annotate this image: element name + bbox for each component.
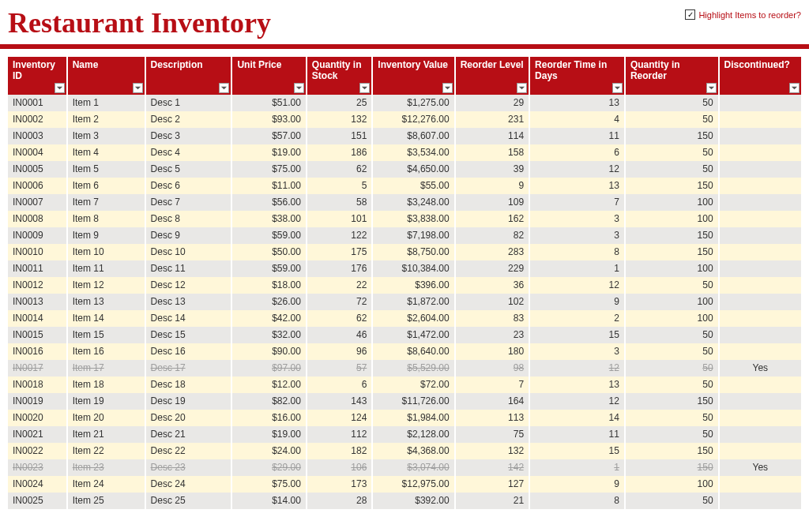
cell-reorder[interactable]: 164 — [455, 393, 529, 410]
cell-desc[interactable]: Desc 15 — [145, 327, 232, 343]
cell-price[interactable]: $75.00 — [231, 476, 306, 493]
cell-qty[interactable]: 25 — [307, 95, 372, 111]
cell-reorder[interactable]: 7 — [455, 377, 529, 393]
cell-name[interactable]: Item 14 — [67, 310, 145, 327]
cell-price[interactable]: $14.00 — [231, 493, 306, 509]
column-header-value[interactable]: Inventory Value — [372, 57, 454, 95]
cell-disc[interactable] — [719, 426, 801, 443]
cell-name[interactable]: Item 6 — [67, 178, 145, 194]
cell-disc[interactable] — [719, 393, 801, 410]
cell-price[interactable]: $97.00 — [231, 360, 306, 377]
cell-desc[interactable]: Desc 13 — [145, 294, 232, 310]
cell-rqty[interactable]: 150 — [625, 443, 719, 459]
cell-qty[interactable]: 5 — [307, 178, 372, 194]
cell-value[interactable]: $1,275.00 — [372, 95, 454, 111]
table-row[interactable]: IN0008Item 8Desc 8$38.00101$3,838.001623… — [8, 211, 801, 227]
cell-disc[interactable] — [719, 294, 801, 310]
table-row[interactable]: IN0018Item 18Desc 18$12.006$72.0071350 — [8, 377, 801, 393]
filter-dropdown-icon[interactable] — [442, 83, 453, 93]
cell-name[interactable]: Item 2 — [67, 111, 145, 128]
cell-reorder[interactable]: 142 — [455, 459, 529, 476]
cell-rqty[interactable]: 50 — [625, 493, 719, 509]
cell-rqty[interactable]: 100 — [625, 260, 719, 277]
table-row[interactable]: IN0023Item 23Desc 23$29.00106$3,074.0014… — [8, 459, 801, 476]
cell-rtime[interactable]: 12 — [529, 360, 625, 377]
table-row[interactable]: IN0013Item 13Desc 13$26.0072$1,872.00102… — [8, 294, 801, 310]
cell-price[interactable]: $57.00 — [231, 128, 306, 144]
table-row[interactable]: IN0021Item 21Desc 21$19.00112$2,128.0075… — [8, 426, 801, 443]
cell-disc[interactable] — [719, 493, 801, 509]
cell-id[interactable]: IN0024 — [8, 476, 67, 493]
cell-name[interactable]: Item 9 — [67, 227, 145, 244]
cell-disc[interactable] — [719, 244, 801, 260]
cell-id[interactable]: IN0016 — [8, 343, 67, 360]
cell-rqty[interactable]: 100 — [625, 211, 719, 227]
table-row[interactable]: IN0017Item 17Desc 17$97.0057$5,529.00981… — [8, 360, 801, 377]
column-header-disc[interactable]: Discontinued? — [719, 57, 801, 95]
cell-price[interactable]: $26.00 — [231, 294, 306, 310]
cell-name[interactable]: Item 19 — [67, 393, 145, 410]
cell-name[interactable]: Item 18 — [67, 377, 145, 393]
cell-value[interactable]: $1,984.00 — [372, 410, 454, 426]
cell-rqty[interactable]: 150 — [625, 128, 719, 144]
cell-price[interactable]: $93.00 — [231, 111, 306, 128]
cell-price[interactable]: $32.00 — [231, 327, 306, 343]
cell-disc[interactable] — [719, 327, 801, 343]
cell-price[interactable]: $19.00 — [231, 426, 306, 443]
cell-price[interactable]: $24.00 — [231, 443, 306, 459]
cell-value[interactable]: $5,529.00 — [372, 360, 454, 377]
cell-name[interactable]: Item 12 — [67, 277, 145, 294]
cell-desc[interactable]: Desc 23 — [145, 459, 232, 476]
cell-id[interactable]: IN0017 — [8, 360, 67, 377]
cell-id[interactable]: IN0018 — [8, 377, 67, 393]
cell-rqty[interactable]: 50 — [625, 377, 719, 393]
cell-desc[interactable]: Desc 24 — [145, 476, 232, 493]
cell-rqty[interactable]: 50 — [625, 343, 719, 360]
cell-rtime[interactable]: 9 — [529, 476, 625, 493]
cell-id[interactable]: IN0007 — [8, 194, 67, 211]
filter-dropdown-icon[interactable] — [706, 83, 717, 93]
cell-qty[interactable]: 62 — [307, 310, 372, 327]
cell-desc[interactable]: Desc 7 — [145, 194, 232, 211]
cell-disc[interactable] — [719, 377, 801, 393]
cell-id[interactable]: IN0010 — [8, 244, 67, 260]
cell-reorder[interactable]: 29 — [455, 95, 529, 111]
column-header-qty[interactable]: Quantity in Stock — [307, 57, 372, 95]
cell-name[interactable]: Item 24 — [67, 476, 145, 493]
filter-dropdown-icon[interactable] — [789, 83, 800, 93]
cell-qty[interactable]: 101 — [307, 211, 372, 227]
cell-value[interactable]: $8,607.00 — [372, 128, 454, 144]
column-header-reorder[interactable]: Reorder Level — [455, 57, 529, 95]
cell-name[interactable]: Item 17 — [67, 360, 145, 377]
column-header-price[interactable]: Unit Price — [231, 57, 306, 95]
cell-name[interactable]: Item 13 — [67, 294, 145, 310]
cell-desc[interactable]: Desc 18 — [145, 377, 232, 393]
cell-disc[interactable] — [719, 95, 801, 111]
table-row[interactable]: IN0014Item 14Desc 14$42.0062$2,604.00832… — [8, 310, 801, 327]
cell-reorder[interactable]: 23 — [455, 327, 529, 343]
cell-rtime[interactable]: 3 — [529, 227, 625, 244]
cell-rtime[interactable]: 8 — [529, 493, 625, 509]
cell-reorder[interactable]: 158 — [455, 144, 529, 161]
cell-price[interactable]: $75.00 — [231, 161, 306, 178]
filter-dropdown-icon[interactable] — [133, 83, 143, 93]
cell-rqty[interactable]: 50 — [625, 327, 719, 343]
cell-name[interactable]: Item 25 — [67, 493, 145, 509]
cell-name[interactable]: Item 11 — [67, 260, 145, 277]
cell-qty[interactable]: 182 — [307, 443, 372, 459]
table-row[interactable]: IN0007Item 7Desc 7$56.0058$3,248.0010971… — [8, 194, 801, 211]
cell-desc[interactable]: Desc 22 — [145, 443, 232, 459]
cell-value[interactable]: $8,640.00 — [372, 343, 454, 360]
cell-value[interactable]: $2,128.00 — [372, 426, 454, 443]
cell-qty[interactable]: 124 — [307, 410, 372, 426]
cell-qty[interactable]: 96 — [307, 343, 372, 360]
cell-desc[interactable]: Desc 19 — [145, 393, 232, 410]
cell-disc[interactable] — [719, 277, 801, 294]
cell-name[interactable]: Item 3 — [67, 128, 145, 144]
cell-rtime[interactable]: 12 — [529, 161, 625, 178]
cell-rqty[interactable]: 150 — [625, 178, 719, 194]
cell-qty[interactable]: 143 — [307, 393, 372, 410]
cell-desc[interactable]: Desc 12 — [145, 277, 232, 294]
table-row[interactable]: IN0022Item 22Desc 22$24.00182$4,368.0013… — [8, 443, 801, 459]
cell-price[interactable]: $29.00 — [231, 459, 306, 476]
